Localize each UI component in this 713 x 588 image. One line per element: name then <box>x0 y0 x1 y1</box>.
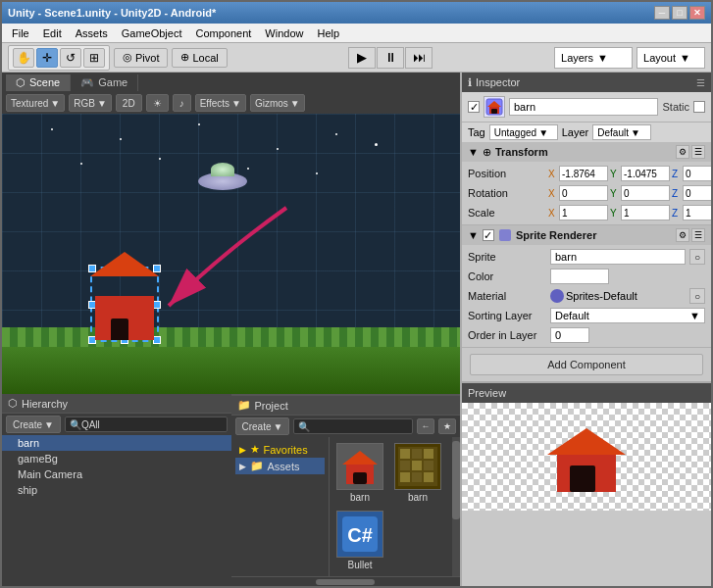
tab-scene[interactable]: ⬡ Scene <box>6 74 71 91</box>
menu-assets[interactable]: Assets <box>70 25 114 41</box>
inspector-menu-button[interactable]: ☰ <box>696 77 705 88</box>
sprite-picker-button[interactable]: ○ <box>689 249 705 265</box>
material-row: Material Sprites-Default ○ <box>462 286 711 306</box>
hand-tool[interactable]: ✋ <box>13 48 34 68</box>
tag-dropdown[interactable]: Untagged ▼ <box>489 124 558 140</box>
local-button[interactable]: ⊕ Local <box>172 48 227 68</box>
menu-component[interactable]: Component <box>189 25 257 41</box>
order-label: Order in Layer <box>468 329 546 341</box>
scale-label: Scale <box>468 207 546 219</box>
svg-rect-12 <box>412 472 422 482</box>
order-input[interactable] <box>550 327 589 343</box>
tree-item-assets[interactable]: ▶ 📁 Assets <box>235 458 325 474</box>
pos-x-input[interactable] <box>559 166 608 181</box>
audio-button[interactable]: ♪ <box>173 94 191 112</box>
rot-x-input[interactable] <box>559 185 608 201</box>
layout-dropdown[interactable]: Layout ▼ <box>637 47 705 69</box>
menu-window[interactable]: Window <box>259 25 309 41</box>
hierarchy-item-ship[interactable]: ship <box>2 482 231 498</box>
project-btn1[interactable]: ← <box>417 418 434 434</box>
project-btn2[interactable]: ★ <box>438 418 456 434</box>
minimize-button[interactable]: ─ <box>654 6 670 20</box>
maximize-button[interactable]: □ <box>672 6 688 20</box>
menu-gameobject[interactable]: GameObject <box>116 25 188 41</box>
add-component-label: Add Component <box>547 359 626 370</box>
layout-label: Layout <box>643 52 676 64</box>
project-hscroll[interactable] <box>231 576 461 586</box>
scale-z-input[interactable] <box>683 205 711 220</box>
layers-dropdown[interactable]: Layers ▼ <box>554 47 633 69</box>
sprite-renderer-menu-button[interactable]: ☰ <box>691 228 705 242</box>
transform-gear-button[interactable]: ⚙ <box>676 145 689 159</box>
scene-view[interactable] <box>2 114 460 394</box>
rgb-arrow-icon: ▼ <box>97 98 107 109</box>
menu-help[interactable]: Help <box>311 25 345 41</box>
hierarchy-item-gamebg[interactable]: gameBg <box>2 451 231 466</box>
project-search[interactable]: 🔍 <box>293 418 413 434</box>
object-active-checkbox[interactable]: ✓ <box>468 101 480 113</box>
hierarchy-item-barn[interactable]: barn <box>2 435 231 451</box>
sprite-value[interactable]: barn <box>550 249 686 265</box>
lighting-button[interactable]: ☀ <box>146 94 169 112</box>
asset-barn-material[interactable]: barn <box>391 441 445 505</box>
preview-title: Preview <box>468 387 506 399</box>
sorting-layer-row: Sorting Layer Default ▼ <box>462 306 711 325</box>
pivot-label: Pivot <box>135 52 159 64</box>
step-button[interactable]: ⏭ <box>405 47 433 69</box>
asset-barn-material-thumb <box>394 443 441 490</box>
add-component-button[interactable]: Add Component <box>470 354 703 375</box>
move-tool[interactable]: ✛ <box>36 48 58 68</box>
2d-button[interactable]: 2D <box>116 94 142 112</box>
effects-dropdown[interactable]: Effects ▼ <box>195 94 246 112</box>
color-swatch[interactable] <box>550 269 609 284</box>
tree-item-favorites[interactable]: ▶ ★ Favorites <box>235 441 325 458</box>
project-scrollbar[interactable] <box>452 437 460 576</box>
hierarchy-create-button[interactable]: Create ▼ <box>6 416 61 433</box>
scene-toolbar: Textured ▼ RGB ▼ 2D ☀ ♪ Effects ▼ Gizmos <box>2 92 460 114</box>
menu-edit[interactable]: Edit <box>37 25 68 41</box>
position-row: Position X Y <box>462 164 711 183</box>
pivot-button[interactable]: ◎ Pivot <box>114 48 168 68</box>
sorting-dropdown[interactable]: Default ▼ <box>550 308 705 323</box>
rotate-tool[interactable]: ↺ <box>60 48 81 68</box>
position-label: Position <box>468 168 546 179</box>
menu-file[interactable]: File <box>6 25 35 41</box>
material-picker-button[interactable]: ○ <box>689 288 705 304</box>
sprite-renderer-enabled[interactable]: ✓ <box>483 229 494 241</box>
sprite-renderer-collapse-icon: ▼ <box>468 229 479 241</box>
static-checkbox[interactable] <box>693 101 705 113</box>
gizmos-dropdown[interactable]: Gizmos ▼ <box>250 94 305 112</box>
object-name-input[interactable] <box>509 98 658 116</box>
transform-buttons: ⚙ ☰ <box>676 145 705 159</box>
transform-menu-button[interactable]: ☰ <box>691 145 705 159</box>
sprite-row: Sprite barn ○ <box>462 247 711 267</box>
hierarchy-item-maincamera[interactable]: Main Camera <box>2 466 231 482</box>
close-button[interactable]: ✕ <box>689 6 705 20</box>
rot-y-input[interactable] <box>621 185 670 201</box>
project-scrollbar-thumb[interactable] <box>452 441 460 519</box>
rgb-dropdown[interactable]: RGB ▼ <box>69 94 112 112</box>
svg-rect-19 <box>491 109 497 114</box>
layer-dropdown[interactable]: Default ▼ <box>592 124 651 140</box>
transform-header[interactable]: ▼ ⊕ Transform ⚙ ☰ <box>462 142 711 162</box>
scale-x-input[interactable] <box>559 205 608 220</box>
scale-tool[interactable]: ⊞ <box>83 48 105 68</box>
project-hscrollbar-thumb[interactable] <box>316 579 375 585</box>
barn-object[interactable] <box>90 271 159 340</box>
play-button[interactable]: ▶ <box>348 47 376 69</box>
project-search-icon: 🔍 <box>298 421 310 432</box>
hierarchy-search[interactable]: 🔍 QAll <box>65 416 228 432</box>
rot-z-input[interactable] <box>683 185 711 201</box>
asset-barn-sprite[interactable]: barn <box>333 441 387 505</box>
sprite-renderer-header[interactable]: ▼ ✓ Sprite Renderer ⚙ ☰ <box>462 225 711 245</box>
pause-button[interactable]: ⏸ <box>377 47 404 69</box>
tab-game[interactable]: 🎮 Game <box>71 74 138 91</box>
asset-bullet-script[interactable]: C# Bullet <box>333 509 387 572</box>
pos-z-input[interactable] <box>683 166 711 181</box>
sprite-renderer-gear-button[interactable]: ⚙ <box>676 228 689 242</box>
project-create-button[interactable]: Create ▼ <box>235 417 290 435</box>
scale-y-input[interactable] <box>621 205 670 220</box>
pos-y-input[interactable] <box>621 166 670 181</box>
star-dot <box>316 172 318 174</box>
texture-dropdown[interactable]: Textured ▼ <box>6 94 65 112</box>
